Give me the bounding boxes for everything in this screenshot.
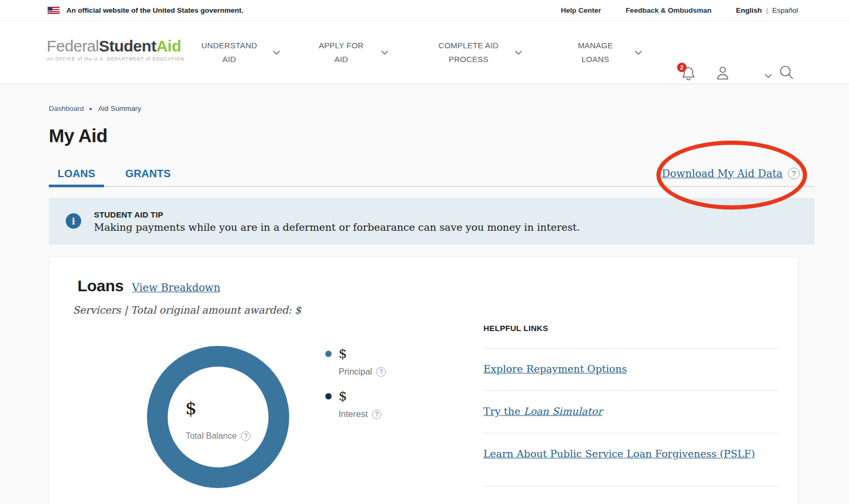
logo-tagline: An OFFICE of the U.S. DEPARTMENT of EDUC… [47, 56, 184, 62]
chevron-down-icon [515, 50, 522, 55]
main-content: Dashboard ▸ Aid Summary My Aid LOANS GRA… [0, 105, 849, 504]
person-icon [715, 65, 730, 81]
notification-badge: 2 [677, 63, 687, 72]
loans-card: Loans View Breakdown Servicers | Total o… [49, 256, 799, 504]
tab-grants[interactable]: GRANTS [119, 160, 177, 187]
page-title: My Aid [49, 125, 849, 146]
divider [483, 348, 778, 349]
pslf-link[interactable]: Learn About Public Service Loan Forgiven… [483, 448, 755, 459]
breadcrumb: Dashboard ▸ Aid Summary [49, 105, 849, 112]
account-button[interactable] [715, 65, 730, 83]
nav-label-line: COMPLETE AID [432, 39, 505, 53]
nav-label-line: LOANS [566, 53, 625, 66]
nav-label-line: PROCESS [432, 53, 505, 66]
language-divider: | [766, 6, 768, 14]
breadcrumb-current: Aid Summary [98, 105, 141, 112]
download-my-aid-data-link[interactable]: Download My Aid Data [662, 168, 783, 180]
tip-body: Making payments while you are in a defer… [94, 221, 580, 233]
logo-word-student: Student [99, 37, 156, 55]
breadcrumb-arrow-icon: ▸ [90, 106, 92, 111]
tab-loans[interactable]: LOANS [49, 160, 104, 187]
logo-word-federal: Federal [47, 37, 99, 55]
principal-value: $ [339, 346, 347, 361]
help-icon[interactable]: ? [788, 168, 800, 179]
help-center-link[interactable]: Help Center [561, 6, 601, 14]
search-expander[interactable] [765, 71, 772, 80]
divider [483, 486, 778, 486]
site-header: FederalStudentAid An OFFICE of the U.S. … [0, 21, 849, 84]
view-breakdown-link[interactable]: View Breakdown [132, 282, 221, 294]
nav-label-line: APPLY FOR [311, 39, 371, 53]
chevron-down-icon [381, 50, 388, 55]
tip-title: STUDENT AID TIP [94, 210, 163, 219]
loan-simulator-link[interactable]: Try the Loan Simulator [483, 405, 602, 417]
legend-item-interest: $ Interest ? [325, 388, 386, 419]
nav-label-line: UNDERSTAND [195, 39, 263, 53]
total-balance-donut-chart: $ Total Balance ? [147, 346, 289, 488]
tab-bar: LOANS GRANTS Download My Aid Data ? [49, 160, 815, 187]
interest-label: Interest [339, 409, 368, 419]
loans-card-heading: Loans [77, 277, 124, 295]
nav-item-apply-for-aid[interactable]: APPLY FOR AID [311, 21, 388, 84]
interest-value: $ [339, 388, 347, 404]
chevron-down-icon [635, 50, 642, 55]
fsa-logo[interactable]: FederalStudentAid An OFFICE of the U.S. … [47, 38, 184, 62]
divider [483, 390, 778, 391]
language-english-link[interactable]: English [736, 6, 762, 14]
principal-dot-icon [325, 351, 332, 357]
helpful-links-section: HELPFUL LINKS Explore Repayment Options … [483, 319, 778, 494]
total-balance-label: Total Balance [186, 431, 237, 441]
explore-repayment-options-link[interactable]: Explore Repayment Options [483, 363, 627, 375]
us-flag-icon [48, 7, 59, 14]
student-aid-tip-banner: i STUDENT AID TIP Making payments while … [49, 198, 815, 245]
breadcrumb-dashboard-link[interactable]: Dashboard [49, 105, 84, 112]
divider [483, 433, 778, 433]
help-icon[interactable]: ? [241, 431, 250, 441]
search-button[interactable] [779, 64, 794, 82]
info-icon: i [66, 213, 81, 229]
link-text: Try the [483, 405, 524, 417]
nav-item-understand-aid[interactable]: UNDERSTAND AID [195, 21, 280, 84]
gov-top-bar: An official website of the United States… [0, 0, 849, 21]
help-icon[interactable]: ? [372, 410, 382, 419]
search-icon [779, 64, 794, 80]
chevron-down-icon [273, 50, 280, 55]
nav-label-line: MANAGE [566, 39, 625, 53]
chart-legend: $ Principal ? $ Interest ? [325, 346, 386, 431]
nav-item-manage-loans[interactable]: MANAGE LOANS [566, 21, 642, 84]
notifications-button[interactable]: 2 [681, 65, 696, 81]
legend-item-principal: $ Principal ? [325, 346, 386, 377]
nav-label-line: AID [195, 53, 263, 66]
link-text-italic: Loan Simulator [524, 405, 603, 417]
nav-item-complete-aid-process[interactable]: COMPLETE AID PROCESS [432, 21, 522, 84]
nav-label-line: AID [311, 53, 371, 66]
chevron-down-icon [765, 74, 772, 78]
principal-label: Principal [339, 367, 372, 377]
interest-dot-icon [325, 393, 332, 399]
language-espanol-link[interactable]: Español [772, 6, 798, 14]
total-balance-value: $ [185, 397, 197, 419]
official-site-text: An official website of the United States… [66, 6, 244, 14]
help-icon[interactable]: ? [376, 367, 386, 377]
logo-word-aid: Aid [156, 37, 181, 55]
feedback-ombudsman-link[interactable]: Feedback & Ombudsman [626, 6, 712, 14]
helpful-links-title: HELPFUL LINKS [483, 324, 548, 333]
loans-subtitle: Servicers | Total original amount awarde… [73, 304, 301, 316]
